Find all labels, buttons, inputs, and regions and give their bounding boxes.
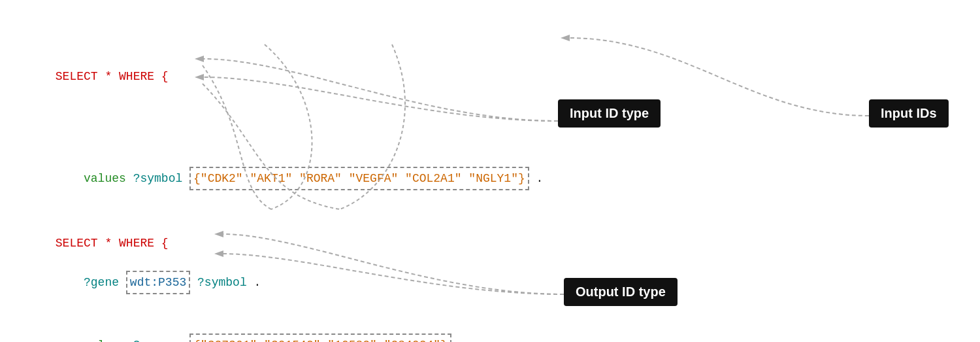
top-line1: SELECT * WHERE { bbox=[13, 46, 543, 107]
bottom-query-block: SELECT * WHERE { values ?rxnorm {"327361… bbox=[13, 173, 466, 342]
select-kw-2: SELECT * WHERE { bbox=[56, 237, 169, 250]
bottom-line2: values ?rxnorm {"327361" "301542" "10582… bbox=[13, 313, 466, 342]
bottom-line1: SELECT * WHERE { bbox=[13, 213, 466, 273]
bottom-ids-box: {"327361" "301542" "10582" "284924"} bbox=[189, 333, 451, 342]
rxnorm-var: ?rxnorm bbox=[133, 339, 189, 342]
bottom-query: SELECT * WHERE { values ?rxnorm {"327361… bbox=[13, 173, 466, 342]
input-ids-label: Input IDs bbox=[869, 99, 949, 128]
output-id-type-label: Output ID type bbox=[564, 278, 678, 306]
arrowhead-input-ids bbox=[561, 35, 570, 41]
select-kw: SELECT * WHERE { bbox=[56, 70, 169, 83]
values-kw-2: values bbox=[56, 339, 133, 342]
input-id-type-label: Input ID type bbox=[558, 99, 661, 128]
